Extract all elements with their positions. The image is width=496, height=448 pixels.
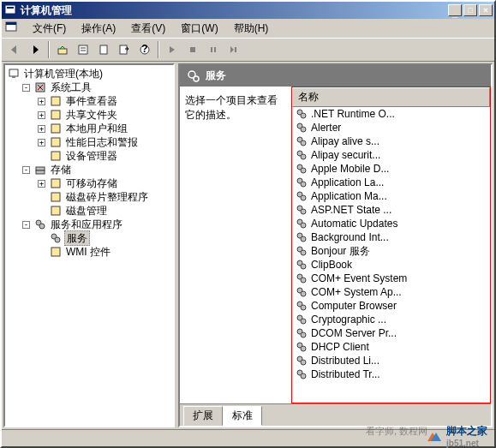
expand-icon[interactable]: + — [38, 111, 45, 119]
stop-button[interactable] — [183, 40, 202, 59]
refresh-button[interactable] — [94, 40, 113, 59]
tree-storage-2[interactable]: 磁盘管理 — [38, 204, 171, 218]
svg-rect-27 — [51, 193, 60, 201]
pause-button[interactable] — [204, 40, 223, 59]
service-row[interactable]: DHCP Client — [292, 340, 490, 354]
svg-point-55 — [301, 236, 306, 242]
tree-storage-0[interactable]: +可移动存储 — [38, 176, 171, 190]
play-button[interactable] — [163, 40, 182, 59]
maximize-button[interactable]: □ — [463, 4, 477, 16]
tree-label: 可移动存储 — [64, 176, 119, 190]
svg-rect-24 — [36, 167, 45, 170]
service-row[interactable]: Application La... — [292, 176, 490, 189]
service-name: Distributed Tr... — [311, 368, 380, 380]
service-name: COM+ Event System — [311, 272, 407, 284]
service-row[interactable]: Background Int... — [292, 230, 490, 244]
service-row[interactable]: Bonjour 服务 — [292, 244, 490, 258]
tree-sa-0[interactable]: 服务 — [38, 231, 171, 245]
service-name: Application Ma... — [311, 190, 387, 202]
svg-point-75 — [301, 373, 306, 379]
expand-icon[interactable]: + — [38, 180, 45, 188]
service-icon — [296, 231, 309, 243]
service-row[interactable]: ASP.NET State ... — [292, 203, 490, 217]
collapse-icon[interactable]: - — [22, 166, 30, 174]
collapse-icon[interactable]: - — [22, 221, 30, 229]
tree-panel[interactable]: 计算机管理(本地) - 系统工具 +事件查看器+共享文件夹+本地用户和组+性能日… — [3, 63, 175, 427]
expand-icon[interactable]: + — [38, 98, 45, 105]
menu-window[interactable]: 窗口(W) — [174, 20, 224, 38]
tree-storage[interactable]: - 存储 — [22, 163, 171, 176]
expand-icon[interactable]: + — [38, 139, 45, 146]
service-row[interactable]: .NET Runtime O... — [292, 107, 490, 121]
svg-point-53 — [301, 223, 306, 228]
service-row[interactable]: Distributed Li... — [292, 354, 490, 367]
svg-point-30 — [39, 224, 45, 229]
up-button[interactable] — [53, 40, 72, 59]
tree-systool-0[interactable]: +事件查看器 — [38, 94, 171, 108]
tree-services-apps[interactable]: - 服务和应用程序 — [22, 218, 171, 231]
tree-label: WMI 控件 — [64, 245, 112, 259]
export-button[interactable] — [115, 40, 134, 59]
help-button[interactable]: ? — [135, 40, 154, 59]
tab-standard[interactable]: 标准 — [223, 406, 262, 426]
svg-point-35 — [194, 76, 199, 81]
service-name: COM+ System Ap... — [311, 286, 402, 298]
service-row[interactable]: Distributed Tr... — [292, 367, 490, 381]
titlebar[interactable]: 计算机管理 _ □ × — [2, 2, 494, 19]
service-row[interactable]: Computer Browser — [292, 299, 490, 313]
column-header-name[interactable]: 名称 — [292, 87, 490, 107]
menu-file[interactable]: 文件(F) — [26, 20, 73, 38]
back-button[interactable] — [5, 40, 24, 59]
menu-action[interactable]: 操作(A) — [75, 20, 123, 38]
svg-point-43 — [301, 154, 306, 159]
list-body[interactable]: .NET Runtime O...AlerterAlipay alive s..… — [292, 107, 490, 403]
service-icon — [296, 163, 309, 175]
service-row[interactable]: Alerter — [292, 121, 490, 134]
properties-button[interactable] — [74, 40, 93, 59]
service-row[interactable]: DCOM Server Pr... — [292, 326, 490, 340]
service-row[interactable]: COM+ System Ap... — [292, 285, 490, 299]
service-name: DHCP Client — [311, 341, 369, 353]
tree-system-tools[interactable]: - 系统工具 — [22, 81, 171, 94]
panel-title: 服务 — [206, 69, 226, 83]
minimize-button[interactable]: _ — [448, 4, 462, 16]
forward-button[interactable] — [26, 40, 45, 59]
tree-root[interactable]: 计算机管理(本地) — [7, 67, 171, 81]
tree-sa-1[interactable]: WMI 控件 — [38, 245, 171, 259]
tree-systool-4[interactable]: 设备管理器 — [38, 149, 171, 163]
menu-view[interactable]: 查看(V) — [124, 20, 172, 38]
svg-rect-3 — [6, 22, 16, 25]
service-row[interactable]: COM+ Event System — [292, 272, 490, 285]
service-row[interactable]: Application Ma... — [292, 189, 490, 203]
tab-extended[interactable]: 扩展 — [183, 406, 223, 426]
tree-systool-1[interactable]: +共享文件夹 — [38, 108, 171, 122]
svg-point-65 — [301, 305, 306, 310]
expand-icon[interactable]: + — [38, 125, 45, 133]
service-name: Apple Mobile D... — [311, 163, 389, 175]
tree-systool-3[interactable]: +性能日志和警报 — [38, 135, 171, 149]
service-row[interactable]: Apple Mobile D... — [292, 162, 490, 176]
svg-rect-14 — [214, 47, 216, 52]
service-icon — [296, 204, 309, 216]
menu-help[interactable]: 帮助(H) — [227, 20, 276, 38]
svg-rect-33 — [51, 248, 60, 256]
service-row[interactable]: ClipBook — [292, 258, 490, 272]
service-row[interactable]: Alipay alive s... — [292, 134, 490, 148]
tree-systool-2[interactable]: +本地用户和组 — [38, 122, 171, 135]
service-icon — [296, 176, 309, 188]
restart-button[interactable] — [224, 40, 243, 59]
service-row[interactable]: Cryptographic ... — [292, 313, 490, 326]
computer-management-window: 计算机管理 _ □ × 文件(F) 操作(A) 查看(V) 窗口(W) 帮助(H… — [0, 0, 496, 448]
menubar: 文件(F) 操作(A) 查看(V) 窗口(W) 帮助(H) — [2, 19, 494, 38]
tree-storage-1[interactable]: 磁盘碎片整理程序 — [38, 190, 171, 204]
service-row[interactable]: Automatic Updates — [292, 217, 490, 230]
service-icon — [296, 368, 309, 380]
close-button[interactable]: × — [479, 4, 493, 16]
svg-rect-17 — [12, 76, 15, 78]
service-row[interactable]: Alipay securit... — [292, 148, 490, 162]
svg-point-45 — [301, 168, 306, 173]
svg-point-61 — [301, 278, 306, 283]
svg-rect-5 — [79, 45, 87, 54]
tree-label: 设备管理器 — [64, 149, 119, 163]
collapse-icon[interactable]: - — [22, 84, 30, 92]
